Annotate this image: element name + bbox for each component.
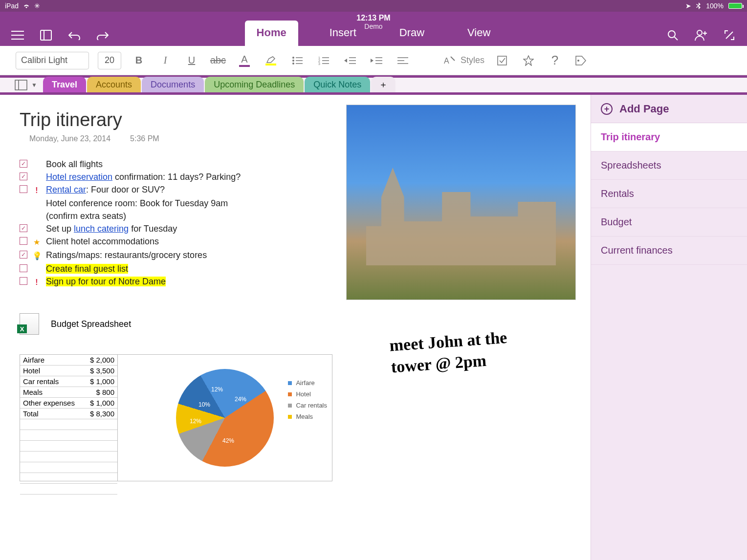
panel-icon[interactable] [39, 28, 53, 42]
ribbon-tab-home[interactable]: Home [245, 21, 298, 46]
section-tab-quick-notes[interactable]: Quick Notes [305, 77, 370, 92]
bullets-button[interactable] [288, 52, 306, 69]
legend-item: Hotel [288, 390, 327, 398]
todo-text[interactable]: Hotel conference room: Book for Tuesday … [46, 197, 251, 222]
svg-point-4 [697, 30, 702, 35]
svg-text:3: 3 [318, 62, 320, 65]
pages-pane: + Add Page Trip itinerarySpreadsheetsRen… [591, 95, 747, 560]
outdent-button[interactable] [341, 52, 359, 69]
tag-icon: 💡 [32, 250, 41, 262]
inline-link[interactable]: Rental car [46, 185, 86, 194]
inline-link[interactable]: lunch catering [74, 224, 129, 234]
question-tag-button[interactable]: ? [546, 52, 564, 69]
indent-button[interactable] [368, 52, 385, 69]
spreadsheet-embed[interactable]: Airfare$ 2,000Hotel$ 3,500Car rentals$ 1… [20, 354, 332, 481]
tags-button[interactable] [572, 52, 590, 69]
page-item-current-finances[interactable]: Current finances [591, 237, 747, 265]
todo-text[interactable]: Book all flights [46, 158, 103, 171]
share-person-icon[interactable] [694, 28, 708, 42]
fullscreen-icon[interactable] [723, 28, 736, 42]
inline-link[interactable]: Hotel reservation [46, 172, 112, 182]
todo-checkbox[interactable]: ✓ [20, 251, 27, 258]
todo-text[interactable]: Create final guest list [46, 262, 128, 275]
svg-point-2 [668, 31, 675, 38]
ios-status-bar: iPad ✳ ➤ 100% [0, 0, 747, 12]
legend-item: Car rentals [288, 402, 327, 409]
highlight-button[interactable] [262, 52, 280, 69]
todo-checkbox[interactable]: ✓ [20, 224, 27, 232]
todo-checkbox[interactable]: ✓ [20, 160, 27, 168]
location-icon: ➤ [685, 2, 691, 10]
activity-icon: ✳ [34, 2, 40, 10]
underline-button[interactable]: U [183, 52, 200, 69]
attachment-label: Budget Spreadsheet [51, 319, 131, 329]
section-tab-upcoming-deadlines[interactable]: Upcoming Deadlines [205, 77, 304, 92]
page-item-trip-itinerary[interactable]: Trip itinerary [591, 123, 747, 151]
legend-item: Meals [288, 413, 327, 420]
pie-chart: 24% 42% 12% 10% 12% AirfareHotelCar rent… [118, 355, 332, 481]
cathedral-silhouette [366, 168, 556, 265]
section-tab-accounts[interactable]: Accounts [87, 77, 141, 92]
star-tag-button[interactable] [520, 52, 537, 69]
battery-icon [728, 3, 742, 9]
ribbon-tab-draw[interactable]: Draw [388, 21, 436, 46]
svg-rect-12 [498, 56, 506, 65]
add-page-button[interactable]: + Add Page [591, 95, 747, 123]
ribbon-tab-insert[interactable]: Insert [318, 21, 368, 46]
todo-text[interactable]: Ratings/maps: restaurants/grocery stores [46, 249, 207, 261]
redo-icon[interactable] [96, 28, 110, 42]
app-title-bar: 12:13 PM Demo HomeInsertDrawView [0, 12, 747, 46]
svg-point-6 [292, 60, 294, 62]
note-canvas[interactable]: Trip itinerary Monday, June 23, 2014 5:3… [0, 95, 591, 560]
align-button[interactable] [394, 52, 412, 69]
notebook-selector[interactable]: ▼ [9, 78, 43, 92]
svg-rect-0 [41, 30, 51, 40]
bluetooth-icon [696, 2, 701, 9]
section-tabs-row: ▼ TravelAccountsDocumentsUpcoming Deadli… [0, 75, 747, 95]
add-section-button[interactable]: ＋ [371, 77, 395, 92]
inserted-photo[interactable] [346, 105, 576, 300]
font-name-select[interactable]: Calibri Light [16, 52, 89, 69]
section-tab-documents[interactable]: Documents [142, 77, 204, 92]
add-page-label: Add Page [619, 103, 669, 115]
todo-checkbox[interactable] [20, 237, 27, 245]
todo-checkbox[interactable]: ✓ [20, 172, 27, 180]
todo-text[interactable]: Set up lunch catering for Tuesday [46, 222, 177, 235]
numbering-button[interactable]: 123 [315, 52, 332, 69]
todo-checkbox[interactable] [20, 264, 27, 272]
device-label: iPad [5, 2, 19, 10]
wifi-icon [22, 3, 30, 9]
italic-button[interactable]: I [156, 52, 174, 69]
todo-tag-button[interactable] [493, 52, 511, 69]
todo-text[interactable]: Rental car: Four door or SUV? [46, 183, 165, 196]
budget-table: Airfare$ 2,000Hotel$ 3,500Car rentals$ 1… [20, 355, 118, 481]
tag-icon: ! [32, 184, 41, 197]
ribbon-tabs: HomeInsertDrawView [245, 12, 503, 46]
page-item-budget[interactable]: Budget [591, 208, 747, 237]
ribbon-tab-view[interactable]: View [456, 21, 502, 46]
strikethrough-button[interactable]: abc [209, 52, 227, 69]
todo-text[interactable]: Client hotel accommodations [46, 235, 159, 248]
styles-button[interactable]: AStyles [444, 52, 484, 69]
page-item-spreadsheets[interactable]: Spreadsheets [591, 151, 747, 180]
todo-checkbox[interactable] [20, 185, 27, 193]
home-ribbon: Calibri Light 20 B I U abc A 123 AStyles… [0, 46, 747, 75]
svg-point-5 [292, 57, 294, 59]
search-icon[interactable] [666, 28, 680, 42]
page-item-rentals[interactable]: Rentals [591, 180, 747, 208]
hamburger-icon[interactable] [11, 28, 24, 42]
todo-text[interactable]: Hotel reservation confirmation: 11 days?… [46, 171, 241, 183]
plus-icon: + [601, 103, 613, 115]
battery-percent: 100% [706, 2, 724, 10]
todo-text[interactable]: Sign up for tour of Notre Dame [46, 275, 166, 288]
todo-checkbox[interactable] [20, 277, 27, 285]
excel-icon [20, 313, 39, 335]
font-color-button[interactable]: A [236, 52, 253, 69]
page-time: 5:36 PM [130, 134, 159, 143]
svg-point-7 [292, 63, 294, 65]
font-size-select[interactable]: 20 [98, 52, 121, 69]
undo-icon[interactable] [67, 28, 81, 42]
section-tab-travel[interactable]: Travel [43, 77, 86, 92]
bold-button[interactable]: B [130, 52, 148, 69]
page-date: Monday, June 23, 2014 [29, 134, 110, 143]
